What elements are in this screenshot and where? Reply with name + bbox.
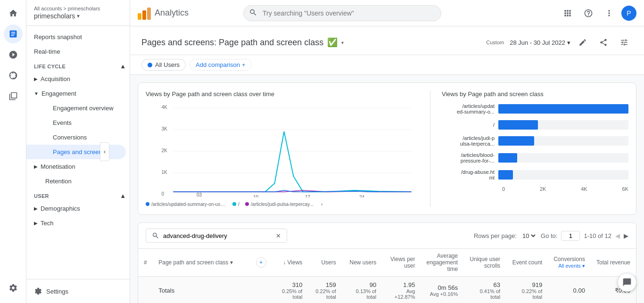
- totals-conversions-cell: 0.00: [548, 277, 591, 303]
- col-page-path[interactable]: Page path and screen class ▾: [153, 249, 250, 277]
- table-pagination: Rows per page: 10 25 50 Go to: 1-10 of 1…: [474, 231, 628, 241]
- analytics-logo: [138, 7, 151, 20]
- col-new-users[interactable]: New users: [342, 249, 382, 277]
- bar-label-5: /drug-abuse.html: [442, 169, 498, 180]
- table-search[interactable]: ✕: [146, 229, 287, 243]
- date-range-picker[interactable]: 28 Jun - 30 Jul 2022 ▾: [510, 39, 570, 46]
- bar-x-6k: 6K: [622, 186, 628, 192]
- col-event-count[interactable]: Event count: [506, 249, 548, 277]
- apps-icon[interactable]: [559, 5, 576, 22]
- user-section-header[interactable]: User ▲: [26, 188, 130, 201]
- monetisation-arrow-icon: ▶: [34, 164, 38, 169]
- table-search-input[interactable]: [163, 232, 272, 239]
- share-icon[interactable]: [595, 34, 612, 51]
- sidebar-item-pages-screens[interactable]: Pages and screens: [26, 145, 126, 159]
- more-vert-icon[interactable]: [601, 5, 618, 22]
- col-add[interactable]: +: [250, 249, 272, 277]
- customize-icon[interactable]: [616, 34, 633, 51]
- sidebar-item-monetisation[interactable]: ▶ Monetisation: [26, 159, 126, 174]
- col-unique-scrolls[interactable]: Unique userscrolls: [463, 249, 506, 277]
- configure-icon[interactable]: [4, 87, 23, 106]
- bar-chart-title: Views by Page path and screen class: [442, 90, 628, 98]
- bar-chart-panel: Views by Page path and screen class /art…: [430, 90, 628, 207]
- sidebar-item-engagement[interactable]: ▼ Engagement: [26, 86, 126, 101]
- legend-expand-icon[interactable]: ›: [321, 201, 323, 207]
- chat-icon: [622, 278, 632, 287]
- totals-unique-scrolls-cell: 63 0.41% of total: [463, 277, 506, 303]
- settings-icon[interactable]: [4, 278, 23, 297]
- bar-track-2: [498, 120, 628, 130]
- col-views[interactable]: ↓ Views: [272, 249, 308, 277]
- sidebar: All accounts > primescholars primeschola…: [26, 0, 130, 303]
- settings-label: Settings: [46, 288, 68, 295]
- sidebar-item-real-time[interactable]: Real-time: [26, 44, 126, 59]
- svg-text:2K: 2K: [162, 148, 168, 153]
- chart-legend: /articles/updated-summary-on-use... / /a…: [146, 201, 422, 207]
- legend-dot-1: [146, 202, 149, 206]
- sidebar-collapse-btn[interactable]: ‹: [100, 142, 109, 161]
- all-users-chip[interactable]: All Users: [141, 59, 186, 71]
- pages-screens-label: Pages and screens: [53, 148, 105, 156]
- svg-rect-0: [138, 13, 141, 20]
- col-total-revenue[interactable]: Total revenue: [591, 249, 636, 277]
- svg-rect-2: [147, 8, 151, 20]
- col-conversions[interactable]: ConversionsAll events ▾: [548, 249, 591, 277]
- title-dropdown-icon[interactable]: ▾: [341, 40, 344, 45]
- sidebar-item-engagement-overview[interactable]: Engagement overview: [26, 101, 126, 115]
- explore-icon[interactable]: [4, 45, 23, 64]
- col-views-per-user[interactable]: Views peruser: [382, 249, 421, 277]
- next-page-icon[interactable]: ▶: [624, 232, 628, 239]
- bar-row-2: /: [442, 120, 628, 130]
- page-number-input[interactable]: [561, 231, 580, 241]
- page-header: Pages and screens: Page path and screen …: [130, 26, 644, 55]
- svg-rect-1: [142, 10, 146, 20]
- sidebar-item-conversions[interactable]: Conversions: [26, 130, 126, 145]
- chat-button[interactable]: [618, 273, 636, 292]
- svg-text:Jul: Jul: [196, 197, 202, 197]
- edit-icon[interactable]: [574, 34, 591, 51]
- svg-text:17: 17: [305, 195, 311, 197]
- sidebar-item-tech[interactable]: ▶ Tech: [26, 216, 126, 230]
- add-icon: +: [242, 61, 246, 68]
- engagement-arrow-icon: ▼: [34, 91, 39, 96]
- home-icon[interactable]: [4, 4, 23, 23]
- sidebar-item-retention[interactable]: Retention: [26, 174, 126, 188]
- advertising-icon[interactable]: [4, 66, 23, 85]
- sidebar-item-reports-snapshot[interactable]: Reports snapshot: [26, 30, 126, 44]
- user-title: User: [34, 193, 49, 199]
- prev-page-icon[interactable]: ◀: [615, 232, 620, 239]
- add-comparison-btn[interactable]: Add comparison +: [190, 59, 252, 71]
- rows-per-page-select[interactable]: 10 25 50: [520, 232, 537, 240]
- account-dropdown-icon[interactable]: ▾: [77, 13, 80, 19]
- svg-text:1K: 1K: [162, 170, 168, 175]
- sidebar-item-demographics[interactable]: ▶ Demographics: [26, 201, 126, 216]
- line-chart-svg: 4K 3K 2K 1K 0: [146, 103, 422, 197]
- search-wrapper: [243, 5, 441, 21]
- bar-label-1: /articles/updated-summary-o...: [442, 103, 498, 115]
- lifecycle-title: Life cycle: [34, 64, 66, 69]
- reports-icon[interactable]: [4, 25, 23, 43]
- rows-per-page-label: Rows per page:: [474, 232, 517, 239]
- col-users[interactable]: Users: [308, 249, 341, 277]
- clear-search-icon[interactable]: ✕: [276, 232, 281, 239]
- add-col-icon[interactable]: +: [256, 257, 266, 268]
- col-avg-engagement[interactable]: Averageengagementtime: [421, 249, 463, 277]
- bar-label-4: /articles/blood-pressure-for-...: [442, 152, 498, 164]
- sidebar-item-settings[interactable]: Settings: [26, 283, 126, 299]
- search-input[interactable]: [243, 5, 441, 21]
- sidebar-item-events[interactable]: Events: [26, 115, 126, 130]
- page-content: Pages and screens: Page path and screen …: [130, 26, 644, 303]
- sidebar-item-acquisition[interactable]: ▶ Acquisition: [26, 72, 126, 86]
- bar-label-2: /: [442, 122, 498, 128]
- bar-fill-4: [498, 153, 517, 163]
- lifecycle-section-header[interactable]: Life cycle ▲: [26, 59, 130, 72]
- bar-chart-container: /articles/updated-summary-o... / /articl…: [442, 103, 628, 180]
- table-header-row: # Page path and screen class ▾ + ↓ Views…: [138, 249, 636, 277]
- bar-fill-1: [498, 104, 628, 114]
- conversions-filter[interactable]: All events ▾: [558, 263, 585, 269]
- avatar[interactable]: P: [621, 6, 636, 21]
- bar-track-1: [498, 104, 628, 114]
- line-chart-title: Views by Page path and screen class over…: [146, 90, 422, 98]
- conversions-label: Conversions: [53, 134, 87, 141]
- help-icon[interactable]: [580, 5, 597, 22]
